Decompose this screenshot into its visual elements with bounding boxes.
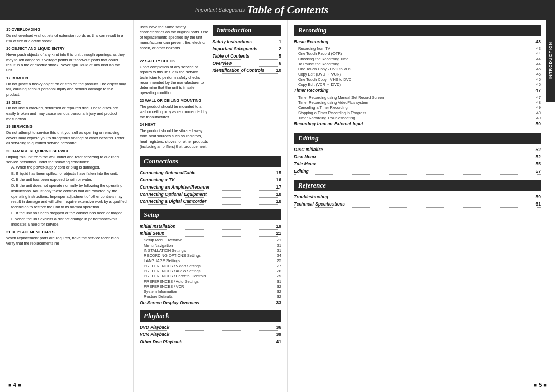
- section-header-playback: Playback: [140, 310, 281, 322]
- right-column: Recording Basic Recording 43 Recording f…: [288, 20, 555, 392]
- safety-17: 17 BURDEN Do not place a heavy object on…: [6, 76, 127, 97]
- mid-column: uses have the same safety characteristic…: [134, 20, 288, 392]
- section-header-editing: Editing: [294, 133, 541, 144]
- page-number-right: ■ 5 ■: [533, 382, 547, 388]
- toc-item: DISC Initialize 52: [294, 147, 541, 153]
- alpha-e: E. If the unit has been dropped or the c…: [6, 211, 127, 216]
- toc-item: Other Disc Playback 41: [140, 339, 281, 345]
- setup-sub-item: System Information 32: [140, 289, 281, 294]
- side-tab: INTRODUCTION: [546, 20, 555, 102]
- toc-item: Important Safeguards 2: [213, 46, 282, 52]
- playback-items: DVD Playback 36 VCR Playback 39 Other Di…: [140, 325, 281, 345]
- reference-items: Troubleshooting 59 Technical Specificati…: [294, 194, 541, 208]
- safety-21: 21 REPLACEMENT PARTS When replacement pa…: [6, 230, 127, 246]
- setup-sub-item: Restore Defaults 32: [140, 294, 281, 299]
- toc-item: Identification of Controls 10: [213, 68, 282, 74]
- introduction-items: Safety Instructions 1 Important Safeguar…: [213, 39, 282, 74]
- toc-item: DVD Playback 36: [140, 325, 281, 331]
- alpha-c: C. If the unit has been exposed to rain …: [6, 177, 127, 182]
- setup-sub-item: PREFERENCES / Auto Settings 31: [140, 279, 281, 284]
- editing-items: DISC Initialize 52 Disc Menu 52 Title Me…: [294, 147, 541, 175]
- toc-item: Troubleshooting 59: [294, 194, 541, 200]
- recording-sub-item: One Touch Record (OTR) 44: [294, 51, 541, 56]
- recording-sub-item: Timer Recording using Manual Set Record …: [294, 95, 541, 100]
- toc-item: Disc Menu 52: [294, 154, 541, 160]
- setup-items: Initial Installation 19 Initial Setup 21…: [140, 223, 281, 306]
- toc-item: Basic Recording 43: [294, 39, 541, 45]
- toc-item: Initial Installation 19: [140, 223, 281, 230]
- recording-sub-item: Recording from TV 43: [294, 46, 541, 51]
- side-tab-text: INTRODUCTION: [548, 42, 553, 79]
- content-area: 15 OVERLOADING Do not overload wall outl…: [0, 20, 555, 392]
- toc-item: Recording from an External Input 50: [294, 121, 541, 127]
- left-column: 15 OVERLOADING Do not overload wall outl…: [0, 20, 134, 392]
- toc-item: Table of Contents 5: [213, 53, 282, 60]
- recording-sub-item: Copy Edit (DVD → VCR) 45: [294, 72, 541, 77]
- alpha-a: A. When the power-supply cord or plug is…: [6, 165, 127, 170]
- recording-sub-item: Checking the Recording Time 44: [294, 57, 541, 61]
- mid-extra-text: uses have the same safety characteristic…: [140, 25, 209, 152]
- recording-sub-item: Timer Recording using VideoPlus system 4…: [294, 100, 541, 105]
- safety-15: 15 OVERLOADING Do not overload wall outl…: [6, 27, 127, 44]
- recording-sub-item: Timer Recording Troubleshooting 49: [294, 116, 541, 120]
- safety-number-15: 15 OVERLOADING: [6, 27, 127, 33]
- setup-sub-item: PREFERENCES / VCR 32: [140, 284, 281, 289]
- recording-sub-item: To Pause the Recording 44: [294, 62, 541, 66]
- setup-sub-item: LANGUAGE Settings 25: [140, 258, 281, 263]
- header-subtitle: Important Safeguards: [195, 7, 245, 13]
- header-bar: Important Safeguards Table of Contents: [0, 0, 555, 20]
- header-title: Table of Contents: [247, 3, 328, 16]
- toc-item: Timer Recording 47: [294, 88, 541, 94]
- safety-20: 20 DAMAGE REQUIRING SERVICE Unplug this …: [6, 148, 127, 227]
- alpha-b: B. If liquid has been spilled, or object…: [6, 171, 127, 176]
- toc-item: Safety Instructions 1: [213, 39, 282, 45]
- toc-item: Connecting a Digital Camcorder 18: [140, 199, 281, 205]
- page-numbers: ■ 4 ■ ■ 5 ■: [0, 382, 555, 388]
- connections-items: Connecting Antenna/Cable 15 Connecting a…: [140, 170, 281, 205]
- toc-item: VCR Playback 39: [140, 332, 281, 338]
- recording-sub-item: One Touch Copy - DVD to VHS 45: [294, 67, 541, 71]
- recording-sub-item: Canceling a Timer Recording 49: [294, 105, 541, 110]
- page-wrapper: Important Safeguards Table of Contents I…: [0, 0, 555, 392]
- section-header-recording: Recording: [294, 25, 541, 36]
- recording-items: Basic Recording 43 Recording from TV 43 …: [294, 39, 541, 127]
- section-header-reference: Reference: [294, 180, 541, 191]
- safety-19: 19 SERVICING Do not attempt to service t…: [6, 124, 127, 146]
- setup-sub-item: PREFERENCES / Audio Settings 28: [140, 269, 281, 273]
- setup-sub-item: PREFERENCES / Video Settings 27: [140, 264, 281, 268]
- page-number-left: ■ 4 ■: [8, 382, 22, 388]
- section-header-introduction: Introduction: [213, 25, 282, 36]
- toc-item: Technical Specifications 61: [294, 201, 541, 208]
- recording-sub-item: One Touch Copy - VHS to DVD 46: [294, 77, 541, 82]
- setup-sub-item: RECORDING OPTIONS Settings 24: [140, 253, 281, 258]
- toc-item: Connecting Optional Equipment 18: [140, 192, 281, 198]
- recording-sub-item: Stopping a Timer Recording in Progress 4…: [294, 110, 541, 115]
- setup-sub-item: Menu Navigation 21: [140, 243, 281, 248]
- safety-18: 18 DISC Do not use a cracked, deformed o…: [6, 100, 127, 122]
- section-header-connections: Connections: [140, 156, 281, 167]
- toc-item: On-Screen Display Overview 33: [140, 300, 281, 306]
- setup-sub-item: INSTALLATION Settings 21: [140, 248, 281, 253]
- toc-item: Title Menu 55: [294, 161, 541, 167]
- alpha-f: F. When the unit exhibits a distinct cha…: [6, 217, 127, 227]
- setup-sub-item: Setup Menu Overview 21: [140, 238, 281, 242]
- toc-item: Connecting an Amplifier/Receiver 17: [140, 184, 281, 191]
- toc-item: Connecting Antenna/Cable 15: [140, 170, 281, 176]
- toc-introduction-block: Introduction Safety Instructions 1 Impor…: [213, 25, 282, 152]
- alpha-d: D. If the unit does not operate normally…: [6, 183, 127, 210]
- toc-item: Overview 6: [213, 61, 282, 67]
- toc-item: Editing 57: [294, 169, 541, 175]
- section-header-setup: Setup: [140, 209, 281, 220]
- toc-item: Initial Setup 21: [140, 231, 281, 237]
- setup-sub-item: PREFERENCES / Parental Controls 29: [140, 274, 281, 278]
- recording-sub-item: Copy Edit (VCR → DVD) 46: [294, 82, 541, 87]
- toc-item: Connecting a TV 16: [140, 177, 281, 183]
- safety-16: 16 OBJECT AND LIQUID ENTRY Never push ob…: [6, 46, 127, 73]
